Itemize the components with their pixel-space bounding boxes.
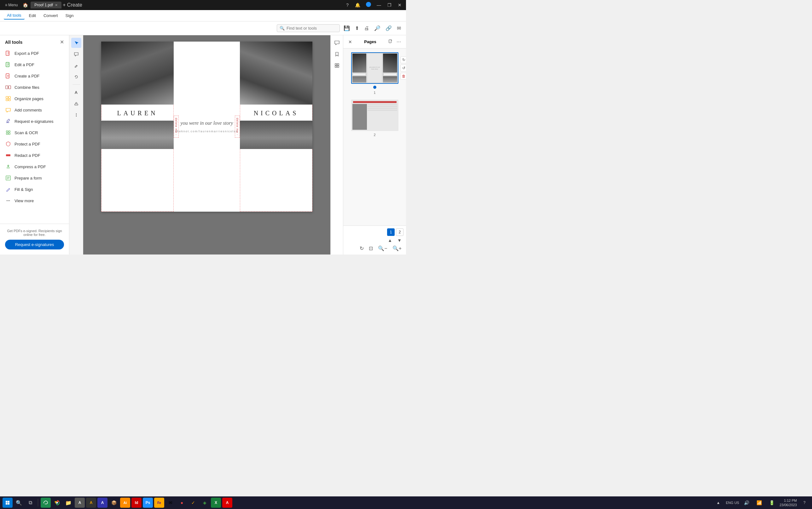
home-button[interactable]: 🏠 (23, 2, 28, 7)
minimize-button[interactable]: — (375, 2, 383, 8)
close-pages-button[interactable]: ✕ (347, 39, 353, 45)
page-nav-1[interactable]: 1 (387, 228, 395, 236)
svg-rect-7 (6, 99, 8, 101)
close-tools-panel-button[interactable]: ✕ (60, 39, 64, 45)
reload-button[interactable]: ↻ (358, 245, 366, 252)
page-nav-2[interactable]: 2 (396, 228, 403, 236)
thumb-script: you were in our love story (367, 66, 382, 70)
active-tab[interactable]: Proof 1.pdf ✕ (31, 2, 62, 8)
tool-item-scan-ocr[interactable]: Scan & OCR (0, 127, 69, 138)
menu-all-tools[interactable]: All tools (4, 12, 25, 20)
user-avatar[interactable] (366, 2, 371, 7)
svg-point-20 (76, 115, 76, 115)
zoom-in-button[interactable]: 🔍+ (391, 245, 403, 252)
thumb-left-col (352, 54, 367, 82)
thumb-2-cols (352, 104, 397, 130)
pages-panel: ✕ Pages ⋯ (343, 35, 406, 254)
tool-item-protect[interactable]: Protect a PDF (0, 138, 69, 149)
tool-item-redact[interactable]: Redact a PDF (0, 149, 69, 161)
menu-bar: All tools Edit Convert Sign (0, 10, 406, 22)
toolbar-print-button[interactable]: 🖨 (363, 24, 370, 32)
toolbar-email-button[interactable]: ✉ (396, 24, 402, 32)
tool-item-edit-pdf[interactable]: Edit a PDF (0, 59, 69, 70)
page-1-rotate-right[interactable]: ↻ (400, 56, 406, 63)
help-button[interactable]: ? (344, 2, 351, 8)
fit-page-button[interactable]: ⊡ (367, 245, 375, 252)
tool-item-prepare-form[interactable]: Prepare a form (0, 172, 69, 183)
zoom-out-button[interactable]: 🔍− (376, 245, 389, 252)
combine-icon (5, 84, 11, 91)
pages-panel-header: ✕ Pages ⋯ (343, 35, 406, 48)
new-page-button[interactable] (387, 38, 394, 45)
page-1-delete[interactable]: 🗑 (400, 73, 406, 80)
tool-item-organize[interactable]: Organize pages (0, 93, 69, 104)
toolbar-enhance-button[interactable]: 🔎 (373, 24, 382, 32)
organize-icon (5, 96, 11, 102)
more-tools-button[interactable] (71, 110, 81, 120)
tool-item-export-pdf[interactable]: Export a PDF (0, 47, 69, 59)
toolbar: 🔍 💾 ⬆ 🖨 🔎 🔗 ✉ (0, 22, 406, 35)
thumb-2-line4 (367, 110, 397, 111)
page-left: LAUREN (101, 42, 174, 212)
page-spread-1: LAUREN delete me - you were in our love … (101, 42, 313, 212)
page-thumbnail-1[interactable]: you were in our love story (351, 52, 398, 84)
page-thumbnail-2[interactable] (351, 100, 398, 131)
edit-pdf-icon (5, 61, 11, 68)
bookmarks-panel-button[interactable] (332, 49, 342, 59)
menu-edit[interactable]: Edit (26, 12, 39, 19)
annotate-tool-button[interactable] (71, 61, 81, 71)
tool-item-create-pdf[interactable]: Create a PDF (0, 70, 69, 81)
restore-button[interactable]: ❐ (386, 2, 393, 8)
grid-view-button[interactable] (332, 61, 342, 71)
protect-icon (5, 141, 11, 147)
pages-more-button[interactable]: ⋯ (395, 38, 402, 45)
page-spread-content: LAUREN delete me - you were in our love … (101, 42, 313, 212)
export-pdf-icon (5, 50, 11, 56)
stamp-tool-button[interactable] (71, 99, 81, 109)
tool-item-view-more[interactable]: View more (0, 195, 69, 206)
page-prev-button[interactable]: ▲ (386, 237, 394, 243)
main-area: All tools ✕ Export a PDF Edit a PDF Crea… (0, 35, 406, 254)
close-tab-button[interactable]: ✕ (55, 3, 58, 7)
select-tool-button[interactable] (71, 38, 81, 48)
page-next-button[interactable]: ▼ (395, 237, 403, 243)
close-window-button[interactable]: ✕ (396, 2, 403, 8)
page-thumb-1: you were in our love story ↻ ↺ 🗑 (346, 52, 403, 95)
menu-button[interactable]: ≡ Menu (2, 2, 20, 8)
request-esignatures-button[interactable]: Request e-signatures (5, 240, 64, 249)
form-icon (5, 175, 11, 181)
svg-rect-5 (6, 96, 8, 99)
svg-rect-23 (337, 64, 339, 65)
photo-nicolas-top (240, 42, 313, 105)
tool-item-fill-sign[interactable]: Fill & Sign (0, 183, 69, 195)
undo-button[interactable] (71, 72, 81, 82)
comments-label: Add comments (14, 108, 42, 112)
page-1-rotate-left[interactable]: ↺ (400, 65, 406, 71)
search-input[interactable] (287, 26, 337, 31)
canvas-area[interactable]: LAUREN delete me - you were in our love … (83, 35, 330, 254)
toolbar-upload-button[interactable]: ⬆ (354, 24, 360, 32)
toolbar-link-button[interactable]: 🔗 (384, 24, 393, 32)
comment-tool-button[interactable] (71, 49, 81, 59)
menu-convert[interactable]: Convert (40, 12, 61, 19)
tool-item-combine[interactable]: Combine files (0, 81, 69, 93)
toolbar-save-button[interactable]: 💾 (342, 24, 351, 32)
tools-footer: Get PDFs e-signed. Recipients sign onlin… (0, 224, 69, 254)
edit-pdf-label: Edit a PDF (14, 62, 34, 67)
thumb-2-line2 (367, 106, 397, 107)
svg-point-16 (8, 200, 9, 201)
menu-sign[interactable]: Sign (62, 12, 76, 19)
text-tool-button[interactable]: A (71, 87, 81, 97)
page-nav-arrows: ▲ ▼ (386, 237, 403, 243)
redact-icon (5, 152, 11, 159)
combine-label: Combine files (14, 85, 39, 90)
tool-item-compress[interactable]: Compress a PDF (0, 161, 69, 172)
chat-panel-button[interactable] (332, 38, 342, 48)
thumb-2-col1 (352, 104, 367, 130)
tool-item-comments[interactable]: Add comments (0, 104, 69, 115)
notification-button[interactable]: 🔔 (353, 2, 362, 8)
thumb-center-col: you were in our love story (367, 54, 382, 82)
tool-item-esign[interactable]: Request e-signatures (0, 115, 69, 127)
search-box[interactable]: 🔍 (277, 24, 340, 32)
new-tab-button[interactable]: + Create (63, 2, 82, 8)
